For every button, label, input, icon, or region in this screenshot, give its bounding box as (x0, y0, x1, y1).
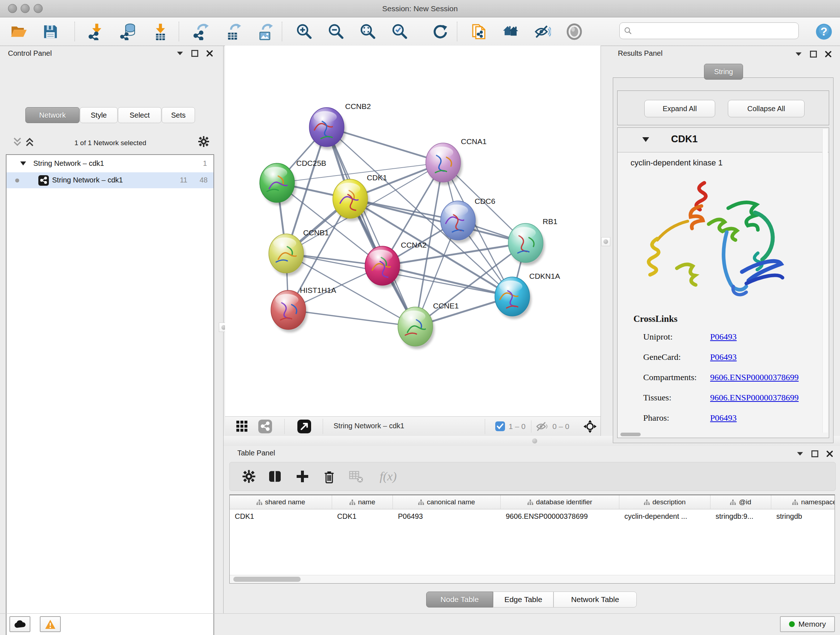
table-cell[interactable]: CDK1 (230, 512, 332, 521)
right-splitter[interactable] (600, 46, 601, 436)
crosslink-link[interactable]: P06493 (710, 332, 737, 342)
tab-node-table[interactable]: Node Table (426, 592, 493, 608)
help-icon[interactable]: ? (815, 22, 833, 41)
network-node-CCNE1[interactable] (398, 307, 434, 349)
network-node-CDC25B[interactable] (260, 163, 296, 205)
import-network-database-icon[interactable] (119, 22, 137, 41)
edge-CCNB2-CCNE1[interactable] (327, 127, 415, 326)
edge-CDK1-RB1[interactable] (350, 199, 526, 243)
crosslink-link[interactable]: 9606.ENSP00000378699 (710, 393, 799, 402)
delete-column-icon[interactable] (321, 468, 338, 485)
delete-table-icon[interactable] (347, 468, 364, 485)
houses-icon[interactable] (501, 22, 519, 41)
export-table-icon[interactable] (224, 22, 242, 41)
collapse-all-button[interactable]: Collapse All (728, 100, 805, 117)
table-hscroll-thumb[interactable] (233, 577, 301, 582)
tab-network-table[interactable]: Network Table (554, 592, 637, 608)
selected-checkbox[interactable] (495, 421, 505, 432)
search-input[interactable] (635, 27, 798, 35)
column-header-description[interactable]: description (619, 495, 711, 509)
right-splitter-handle[interactable] (601, 237, 610, 246)
close-panel-icon[interactable] (826, 450, 833, 457)
network-node-CCNA1[interactable] (426, 143, 462, 185)
network-node-RB1[interactable] (508, 223, 545, 265)
refresh-icon[interactable] (431, 22, 448, 41)
tab-string[interactable]: String (704, 64, 743, 80)
results-hscroll-thumb[interactable] (621, 432, 641, 436)
network-node-CCNA2[interactable] (365, 246, 401, 288)
table-row[interactable]: CDK1CDK1P064939606.ENSP00000378699cyclin… (230, 509, 835, 524)
edge-CCNA2-CDKN1A[interactable] (382, 266, 512, 296)
network-node-HIST1H1A[interactable] (271, 290, 308, 333)
crosslink-link[interactable]: P06493 (710, 352, 737, 362)
export-network-icon[interactable] (193, 22, 210, 41)
section-collapse-icon[interactable] (642, 137, 649, 142)
birdseye-crosshair-icon[interactable] (583, 420, 597, 435)
import-network-file-icon[interactable] (88, 22, 106, 41)
table-cell[interactable]: 9606.ENSP00000378699 (501, 512, 619, 521)
show-eye-icon[interactable] (565, 22, 583, 41)
hide-eye-icon[interactable] (533, 22, 551, 41)
tab-style[interactable]: Style (80, 107, 118, 123)
network-collection-row[interactable]: String Network – cdk1 1 (6, 157, 213, 172)
column-header-database-identifier[interactable]: database identifier (501, 495, 619, 509)
crosslink-link[interactable]: 9606.ENSP00000378699 (710, 372, 799, 382)
network-node-CDKN1A[interactable] (495, 277, 531, 319)
import-string-file-icon[interactable] (470, 22, 488, 41)
gene-section-header[interactable]: CDK1 (617, 128, 829, 152)
table-cell[interactable]: stringdb:9... (711, 512, 771, 521)
zoom-in-icon[interactable] (295, 22, 313, 41)
zoom-selected-icon[interactable] (391, 22, 409, 41)
maximize-panel-icon[interactable] (810, 51, 817, 57)
network-node-CDK1[interactable] (333, 179, 369, 221)
tab-select[interactable]: Select (118, 107, 161, 123)
float-panel-icon[interactable] (177, 50, 183, 57)
function-builder-icon[interactable]: f(x) (374, 468, 403, 485)
network-canvas[interactable]: CCNB2CCNA1CDC25BCDK1CDC6RB1CCNB1CCNA2CDK… (225, 46, 600, 416)
grid-view-icon[interactable] (236, 421, 249, 434)
maximize-panel-icon[interactable] (191, 50, 198, 57)
column-header-canonical-name[interactable]: canonical name (393, 495, 501, 509)
add-column-icon[interactable] (294, 468, 311, 485)
tab-sets[interactable]: Sets (162, 107, 195, 123)
tree-expander-icon[interactable] (20, 162, 26, 165)
zoom-fit-icon[interactable] (359, 22, 377, 41)
cloud-button[interactable] (9, 616, 30, 632)
import-table-file-icon[interactable] (151, 22, 169, 41)
tab-edge-table[interactable]: Edge Table (493, 592, 554, 608)
export-image-icon[interactable] (256, 22, 274, 41)
results-vscroll-track[interactable] (822, 129, 828, 432)
hidden-eye-icon[interactable] (535, 421, 548, 433)
zoom-out-icon[interactable] (327, 22, 345, 41)
float-panel-icon[interactable] (795, 51, 802, 57)
share-network-icon[interactable] (258, 420, 272, 435)
save-session-icon[interactable] (41, 22, 59, 41)
table-cell[interactable]: CDK1 (332, 512, 393, 521)
close-panel-icon[interactable] (825, 51, 832, 57)
table-cell[interactable]: stringdb (771, 512, 835, 521)
gear-icon[interactable] (240, 468, 257, 485)
columns-icon[interactable] (267, 468, 283, 485)
warning-button[interactable] (40, 616, 61, 632)
maximize-panel-icon[interactable] (812, 450, 818, 457)
close-panel-icon[interactable] (206, 50, 213, 57)
memory-button[interactable]: Memory (780, 616, 835, 632)
gear-icon[interactable] (197, 135, 210, 149)
expand-all-icon[interactable] (25, 137, 35, 149)
float-panel-icon[interactable] (797, 450, 804, 457)
table-cell[interactable]: cyclin-dependent ... (619, 512, 711, 521)
column-header-@id[interactable]: @id (711, 495, 771, 509)
open-in-window-icon[interactable] (297, 420, 311, 435)
open-session-icon[interactable] (9, 22, 27, 41)
column-header-shared-name[interactable]: shared name (230, 495, 332, 509)
column-header-name[interactable]: name (332, 495, 393, 509)
collapse-all-icon[interactable] (12, 137, 22, 149)
table-cell[interactable]: P06493 (393, 512, 501, 521)
tab-network[interactable]: Network (25, 107, 80, 123)
network-item-row[interactable]: String Network – cdk1 11 48 (6, 172, 213, 188)
expand-all-button[interactable]: Expand All (644, 100, 715, 117)
table-hscroll-track[interactable] (230, 575, 835, 583)
crosslink-link[interactable]: P06493 (710, 413, 737, 423)
network-node-CCNB2[interactable] (309, 108, 346, 149)
column-header-namespace[interactable]: namespace (771, 495, 835, 509)
